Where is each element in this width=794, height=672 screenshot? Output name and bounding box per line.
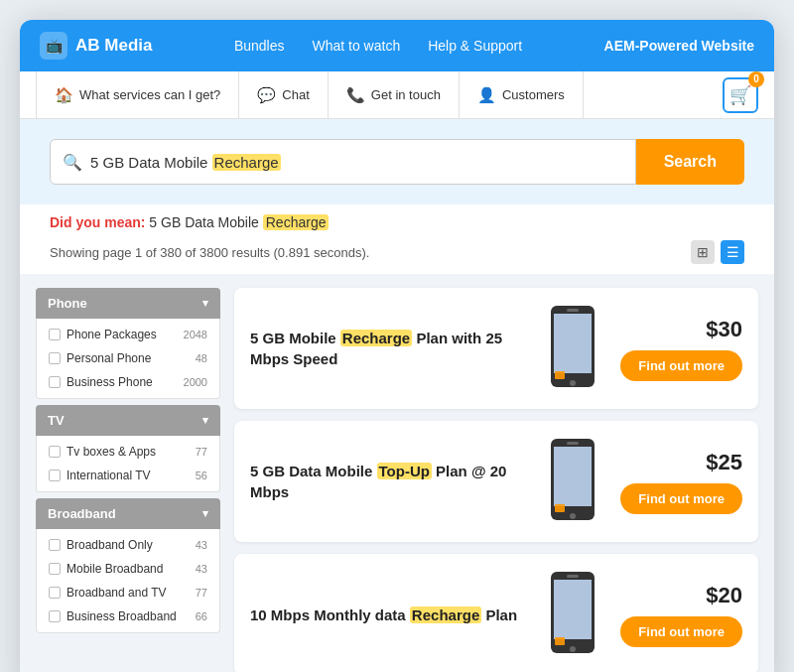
filter-broadband-tv-count: 77	[196, 587, 207, 599]
result-price-2: $20	[706, 583, 742, 608]
checkbox-personal-phone[interactable]	[49, 352, 61, 364]
category-broadband-header[interactable]: Broadband ▾	[36, 498, 220, 529]
result-price-0: $30	[706, 317, 742, 342]
results-info-bar: Showing page 1 of 380 of 3800 results (0…	[20, 234, 774, 274]
checkbox-business-broadband[interactable]	[49, 610, 61, 622]
svg-rect-6	[554, 447, 592, 506]
category-broadband: Broadband ▾ Broadband Only 43 Mobile Bro…	[36, 498, 220, 633]
filter-business-phone-count: 2000	[184, 376, 207, 388]
result-image-2	[539, 570, 606, 659]
result-card-2: 10 Mbps Monthly data Recharge Plan $20 F…	[234, 554, 758, 672]
result-highlight-0: Recharge	[340, 330, 412, 346]
category-tv-items: Tv boxes & Apps 77 International TV 56	[36, 436, 220, 492]
result-info-0: 5 GB Mobile Recharge Plan with 25 Mbps S…	[250, 328, 525, 369]
checkbox-broadband-only[interactable]	[49, 539, 61, 551]
svg-rect-9	[555, 504, 565, 512]
filter-mobile-broadband-label: Mobile Broadband	[66, 562, 163, 576]
filter-broadband-tv[interactable]: Broadband and TV 77	[37, 581, 219, 605]
secondary-navbar: 🏠 What services can I get? 💬 Chat 📞 Get …	[20, 71, 774, 119]
checkbox-international-tv[interactable]	[49, 470, 61, 481]
filter-business-phone[interactable]: Business Phone 2000	[37, 370, 219, 394]
result-price-1: $25	[706, 450, 742, 475]
main-content: Phone ▾ Phone Packages 2048 Personal Pho…	[20, 274, 774, 672]
logo-icon: 📺	[40, 32, 67, 60]
cart-badge: 0	[748, 71, 764, 87]
search-button[interactable]: Search	[636, 139, 744, 185]
result-info-2: 10 Mbps Monthly data Recharge Plan	[250, 605, 525, 625]
list-view-button[interactable]: ☰	[721, 240, 744, 264]
checkbox-mobile-broadband[interactable]	[49, 563, 61, 575]
filter-tv-boxes-count: 77	[196, 446, 207, 458]
category-phone-header[interactable]: Phone ▾	[36, 288, 220, 319]
filter-personal-phone-count: 48	[196, 352, 207, 364]
category-phone-label: Phone	[48, 296, 87, 311]
result-action-0: $30 Find out more	[620, 317, 742, 381]
result-title-0: 5 GB Mobile Recharge Plan with 25 Mbps S…	[250, 328, 525, 369]
did-you-mean-text: 5 GB Data Mobile Recharge	[149, 214, 329, 230]
nav-what-services[interactable]: 🏠 What services can I get?	[36, 71, 239, 118]
find-out-more-1[interactable]: Find out more	[620, 483, 742, 514]
result-image-0	[539, 304, 606, 393]
did-you-mean-suggestion[interactable]: Recharge	[263, 214, 330, 230]
top-navbar: 📺 AB Media Bundles What to watch Help & …	[20, 20, 774, 71]
category-tv-header[interactable]: TV ▾	[36, 405, 220, 436]
logo-text: AB Media	[75, 36, 152, 56]
filter-tv-boxes-label: Tv boxes & Apps	[66, 445, 156, 459]
user-icon: 👤	[477, 86, 496, 104]
category-broadband-items: Broadband Only 43 Mobile Broadband 43 Br…	[36, 529, 220, 633]
filter-tv-boxes[interactable]: Tv boxes & Apps 77	[37, 440, 219, 464]
did-you-mean-label: Did you mean:	[50, 214, 145, 230]
nav-get-in-touch-label: Get in touch	[371, 87, 441, 102]
checkbox-tv-boxes[interactable]	[49, 446, 61, 458]
filter-mobile-broadband[interactable]: Mobile Broadband 43	[37, 557, 219, 581]
svg-point-12	[570, 646, 576, 652]
find-out-more-0[interactable]: Find out more	[620, 350, 742, 381]
category-phone: Phone ▾ Phone Packages 2048 Personal Pho…	[36, 288, 220, 399]
checkbox-broadband-tv[interactable]	[49, 587, 61, 599]
svg-rect-4	[555, 371, 565, 379]
checkbox-phone-packages[interactable]	[49, 329, 61, 340]
filter-broadband-only-count: 43	[196, 539, 207, 551]
phone-icon: 📞	[346, 86, 365, 104]
filter-broadband-only[interactable]: Broadband Only 43	[37, 533, 219, 557]
svg-rect-8	[567, 442, 579, 445]
result-card-0: 5 GB Mobile Recharge Plan with 25 Mbps S…	[234, 288, 758, 409]
nav-bundles[interactable]: Bundles	[234, 38, 285, 54]
filter-broadband-only-label: Broadband Only	[66, 538, 153, 552]
svg-rect-3	[567, 309, 579, 312]
svg-rect-13	[567, 575, 579, 578]
nav-get-in-touch[interactable]: 📞 Get in touch	[329, 71, 460, 118]
nav-chat[interactable]: 💬 Chat	[239, 71, 328, 118]
filter-personal-phone[interactable]: Personal Phone 48	[37, 346, 219, 370]
chat-icon: 💬	[257, 86, 276, 104]
nav-help-support[interactable]: Help & Support	[428, 38, 522, 54]
category-phone-items: Phone Packages 2048 Personal Phone 48 Bu…	[36, 319, 220, 399]
filter-business-broadband-label: Business Broadband	[66, 609, 177, 623]
nav-what-to-watch[interactable]: What to watch	[312, 38, 400, 54]
nav-customers[interactable]: 👤 Customers	[460, 71, 584, 118]
nav-customers-label: Customers	[502, 87, 565, 102]
svg-rect-11	[554, 580, 592, 639]
search-bar: 🔍 5 GB Data Mobile Recharge	[50, 139, 636, 185]
filter-business-broadband-count: 66	[196, 610, 207, 622]
category-broadband-label: Broadband	[48, 506, 116, 521]
search-input-display[interactable]: 5 GB Data Mobile Recharge	[90, 154, 623, 171]
checkbox-business-phone[interactable]	[49, 376, 61, 388]
filter-personal-phone-label: Personal Phone	[66, 351, 151, 365]
grid-view-button[interactable]: ⊞	[691, 240, 715, 264]
home-icon: 🏠	[55, 86, 73, 104]
filter-business-broadband[interactable]: Business Broadband 66	[37, 605, 219, 628]
brand-text: AEM-Powered Website	[604, 38, 754, 54]
svg-rect-1	[554, 314, 592, 373]
result-image-1	[539, 437, 606, 526]
svg-point-7	[570, 513, 576, 519]
cart-area: 🛒 0	[723, 77, 758, 113]
find-out-more-2[interactable]: Find out more	[620, 616, 742, 647]
filter-international-tv[interactable]: International TV 56	[37, 464, 219, 487]
view-toggle: ⊞ ☰	[691, 240, 744, 264]
filter-phone-packages[interactable]: Phone Packages 2048	[37, 323, 219, 346]
nav-what-services-label: What services can I get?	[79, 87, 220, 102]
result-info-1: 5 GB Data Mobile Top-Up Plan @ 20 Mbps	[250, 461, 525, 502]
category-tv-label: TV	[48, 413, 65, 428]
results-count-text: Showing page 1 of 380 of 3800 results (0…	[50, 245, 369, 260]
